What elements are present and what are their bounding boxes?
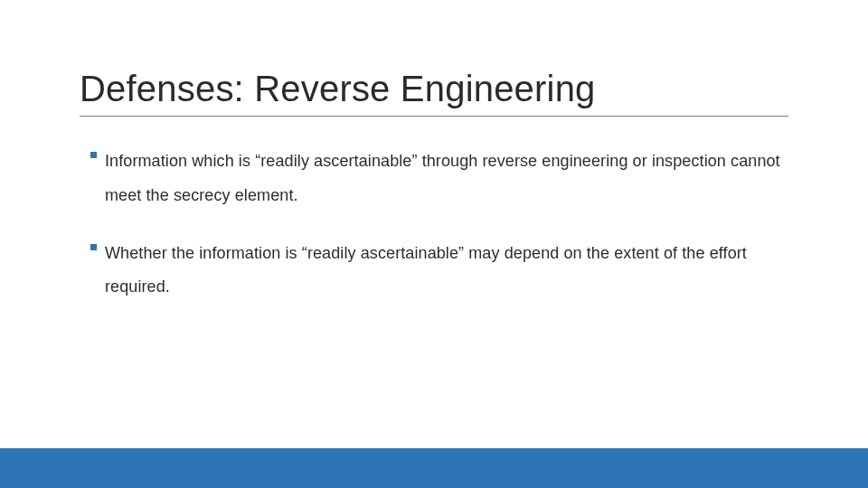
bullet-text: Information which is “readily ascertaina…	[105, 145, 787, 213]
slide: Defenses: Reverse Engineering Informatio…	[0, 0, 868, 488]
list-item: Information which is “readily ascertaina…	[90, 145, 787, 213]
footer-bar	[0, 448, 868, 488]
square-bullet-icon	[90, 244, 97, 250]
square-bullet-icon	[90, 152, 97, 158]
list-item: Whether the information is “readily asce…	[90, 237, 787, 305]
bullet-text: Whether the information is “readily asce…	[105, 237, 787, 305]
slide-body: Information which is “readily ascertaina…	[90, 145, 787, 328]
title-underline	[80, 116, 788, 117]
slide-title: Defenses: Reverse Engineering	[80, 69, 596, 109]
